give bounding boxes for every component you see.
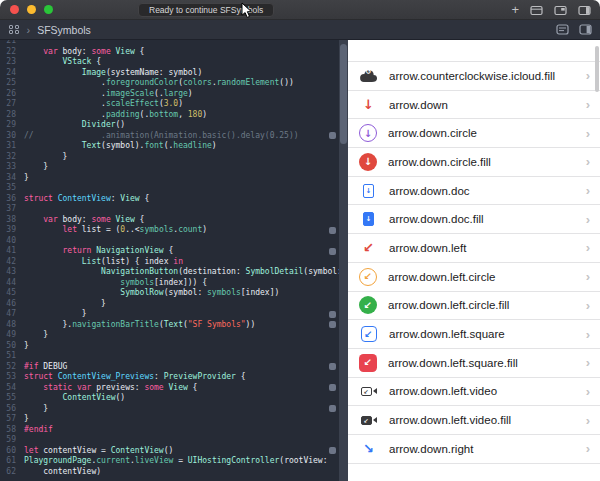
code-line[interactable]: 43 NavigationButton(destination: SymbolD… [0,267,348,278]
code-line[interactable]: 47 } [0,309,348,320]
code-line[interactable]: 37 [0,204,348,215]
square-arrow-icon: ↙ [361,326,377,342]
code-text: } [24,404,48,413]
breadcrumb-project-name[interactable]: SFSymbols [37,24,91,36]
tab-overview-icon[interactable] [530,5,543,16]
line-number: 60 [0,446,24,457]
code-line[interactable]: 28 .padding(.bottom, 180) [0,110,348,121]
code-line[interactable]: 36struct ContentView: View { [0,194,348,205]
code-line[interactable]: 48 }.navigationBarTitle(Text("SF Symbols… [0,320,348,331]
list-scrollbar-thumb[interactable] [595,46,599,92]
run-settings-icon[interactable] [556,24,569,35]
symbol-row[interactable]: ↙arrow.down.left.circle.fill› [348,292,600,321]
code-line[interactable]: 31 Text(symbol).font(.headline) [0,141,348,152]
symbol-row[interactable]: ↙arrow.down.left.square.fill› [348,349,600,378]
close-window-button[interactable] [10,5,19,14]
symbol-row[interactable]: ↓arrow.down.circle.fill› [348,148,600,177]
symbol-row[interactable]: ↓arrow.down.doc.fill› [348,205,600,234]
code-text: .imageScale(.large) [24,89,193,98]
playgrounds-home-icon[interactable] [9,25,19,35]
code-line[interactable]: 24 Image(systemName: symbol) [0,68,348,79]
code-line[interactable]: 50} [0,341,348,352]
code-line[interactable]: 26 .imageScale(.large) [0,89,348,100]
code-line[interactable]: 45 SymbolRow(symbol: symbols[index]) [0,288,348,299]
result-badge[interactable] [329,405,336,412]
code-line[interactable]: 59 [0,435,348,446]
code-line[interactable]: 52#if DEBUG [0,362,348,373]
editor-scrollbar[interactable] [339,40,348,481]
code-text: } [24,173,29,182]
editor-scrollbar-thumb[interactable] [340,44,347,144]
split-view-icon[interactable] [578,5,591,16]
code-line[interactable]: 46 } [0,299,348,310]
code-line[interactable]: 23 VStack { [0,57,348,68]
result-badge[interactable] [329,311,336,318]
code-line[interactable]: 60let contentView = ContentView() [0,446,348,457]
symbol-row[interactable]: ↘arrow.down.right› [348,435,600,464]
chevron-right-icon: › [586,240,590,255]
symbol-row[interactable]: ↓arrow.down› [348,91,600,120]
code-line[interactable]: 61PlaygroundPage.current.liveView = UIHo… [0,456,348,467]
code-line[interactable]: 25 .foregroundColor(colors.randomElement… [0,78,348,89]
result-badge[interactable] [329,363,336,370]
code-line[interactable]: 29 Divider() [0,120,348,131]
code-line[interactable]: 27 .scaleEffect(3.0) [0,99,348,110]
symbol-row[interactable]: ↙arrow.down.left.video.fill› [348,406,600,435]
live-view-toggle-icon[interactable] [579,24,592,35]
code-line[interactable]: 40 [0,236,348,247]
symbol-row[interactable]: ↓arrow.down.circle› [348,119,600,148]
code-line[interactable]: 42 List(list) { index in [0,257,348,268]
code-line[interactable]: 35 [0,183,348,194]
code-line[interactable]: 33 } [0,162,348,173]
symbol-row[interactable]: ↙arrow.down.left› [348,234,600,263]
code-line[interactable]: 44 symbols[index])) { [0,278,348,289]
code-line[interactable]: 39 let list = (0..<symbols.count) [0,225,348,236]
video-body: ↙ [361,387,372,396]
code-line[interactable]: 32 } [0,152,348,163]
code-line[interactable]: 58#endif [0,425,348,436]
result-badge[interactable] [329,227,336,234]
code-line[interactable]: 56 } [0,404,348,415]
code-line[interactable]: 54 static var previews: some View { [0,383,348,394]
doc-shape: ↓ [363,212,374,226]
result-badge[interactable] [329,384,336,391]
line-number: 23 [0,57,24,68]
zoom-window-button[interactable] [44,5,53,14]
result-badge[interactable] [329,132,336,139]
minimize-window-button[interactable] [27,5,36,14]
code-line[interactable]: 62 contentView) [0,467,348,478]
video-arrow-icon: ↙ [359,382,378,401]
code-line[interactable]: 53struct ContentView_Previews: PreviewPr… [0,372,348,383]
result-badge[interactable] [329,447,336,454]
add-tab-button[interactable]: + [511,3,519,16]
symbol-name: arrow.down.left.square.fill [388,357,518,369]
code-line[interactable]: 41 return NavigationView { [0,246,348,257]
code-line[interactable]: 34} [0,173,348,184]
code-line[interactable]: 49 } [0,330,348,341]
breadcrumb-chevron-icon: › [27,24,31,36]
circle-arrow-icon: ↙ [359,296,377,314]
result-badge[interactable] [329,248,336,255]
code-line[interactable]: 22 var body: some View { [0,47,348,58]
symbol-row[interactable]: ↙arrow.down.left.square› [348,320,600,349]
symbol-row[interactable]: ↺arrow.counterclockwise.icloud.fill› [348,62,600,91]
line-number: 61 [0,456,24,467]
symbol-row[interactable]: ↓arrow.down.doc› [348,177,600,206]
line-number: 35 [0,183,24,194]
line-number: 38 [0,215,24,226]
symbol-row[interactable]: ↙arrow.down.left.circle› [348,263,600,292]
code-line[interactable]: 55 ContentView() [0,393,348,404]
line-number: 26 [0,89,24,100]
line-number: 58 [0,425,24,436]
status-notification[interactable]: Ready to continue SFSymbols [138,3,274,17]
code-line[interactable]: 38 var body: some View { [0,215,348,226]
code-text: let contentView = ContentView() [24,446,173,455]
code-editor[interactable]: 2122 var body: some View {23 VStack {24 … [0,40,348,481]
line-number: 52 [0,362,24,373]
result-badge[interactable] [329,321,336,328]
symbol-row[interactable]: ↙arrow.down.left.video› [348,378,600,407]
code-line[interactable]: 30// .animation(Animation.basic().delay(… [0,131,348,142]
code-line[interactable]: 57} [0,414,348,425]
code-line[interactable]: 51 [0,351,348,362]
windows-icon[interactable] [554,5,567,16]
